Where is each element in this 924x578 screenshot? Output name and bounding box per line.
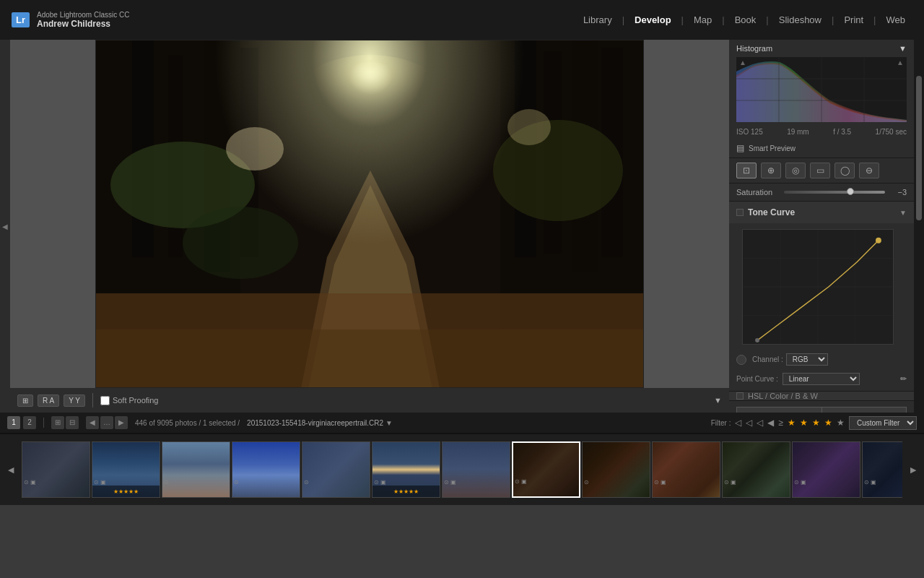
film-thumb-8[interactable]: ⊙▣ bbox=[512, 441, 580, 498]
film-thumb-13[interactable]: 5 ⊙▣ bbox=[862, 441, 902, 498]
histogram-title: Histogram bbox=[736, 44, 772, 53]
radial-filter-tool[interactable]: ◯ bbox=[834, 163, 855, 178]
app-logo: Lr Adobe Lightroom Classic CC Andrew Chi… bbox=[12, 11, 129, 29]
hist-right-arrow[interactable]: ▲ bbox=[897, 59, 904, 66]
filter-icon-4[interactable]: ◀ bbox=[767, 418, 774, 428]
film-thumb-6[interactable]: ⊙▣ ★★★★★ bbox=[372, 441, 440, 498]
nav-map[interactable]: Map bbox=[687, 12, 719, 28]
view-mode-btn[interactable]: ⊞ bbox=[17, 394, 33, 407]
filmstrip-right-arrow[interactable]: ▶ bbox=[902, 465, 924, 475]
svg-point-18 bbox=[493, 120, 623, 221]
star-2[interactable]: ★ bbox=[800, 418, 808, 428]
left-panel[interactable]: ◀ bbox=[0, 40, 10, 413]
point-curve-label: Point Curve : bbox=[736, 375, 778, 383]
tone-curve-expand-icon[interactable]: ▼ bbox=[899, 209, 907, 217]
develop-tools: ⊡ ⊕ ◎ ▭ ◯ ⊖ bbox=[729, 158, 914, 184]
film-thumb-4[interactable]: ⊙ bbox=[232, 441, 300, 498]
next-arrow[interactable]: ▶ bbox=[115, 416, 128, 429]
grid-btn-2[interactable]: ⊟ bbox=[66, 416, 79, 429]
point-curve-select[interactable]: Linear Medium Contrast Strong Contrast bbox=[783, 373, 860, 385]
dots[interactable]: … bbox=[100, 416, 113, 429]
main-layout: ◀ bbox=[0, 40, 924, 413]
adjustment-brush-tool[interactable]: ⊖ bbox=[859, 163, 879, 178]
page-indicators: 1 2 bbox=[7, 416, 36, 429]
saturation-slider[interactable] bbox=[784, 191, 885, 194]
svg-rect-16 bbox=[96, 329, 644, 388]
app-info: Adobe Lightroom Classic CC Andrew Childr… bbox=[37, 11, 129, 29]
hsl-section-bar: HSL / Color / B & W bbox=[729, 391, 914, 400]
film-thumb-11[interactable]: ⊙▣ bbox=[722, 441, 790, 498]
filter-icon-1[interactable]: ◁ bbox=[735, 418, 741, 428]
nav-book[interactable]: Book bbox=[728, 12, 764, 28]
action-buttons: Previous Reset bbox=[729, 400, 914, 413]
filmstrip-scroll: ⊙▣ ⊙▣ ★★★★★ ⊙ ⊙ ⊙ ⊙▣ ★★★★★ ⊙▣ ⊙▣ bbox=[22, 438, 902, 501]
reset-button[interactable]: Reset bbox=[821, 407, 907, 413]
filter-icon-2[interactable]: ◁ bbox=[746, 418, 752, 428]
film-thumb-9[interactable]: ⊙ bbox=[582, 441, 650, 498]
star-1[interactable]: ★ bbox=[788, 418, 796, 428]
grid-btn-1[interactable]: ⊞ bbox=[51, 416, 64, 429]
svg-rect-11 bbox=[515, 40, 536, 257]
previous-button[interactable]: Previous bbox=[736, 407, 821, 413]
filter-label: Filter : bbox=[711, 419, 731, 427]
page-1[interactable]: 1 bbox=[7, 416, 20, 429]
film-thumb-3[interactable]: ⊙ bbox=[162, 441, 230, 498]
film-thumb-2[interactable]: ⊙▣ ★★★★★ bbox=[92, 441, 160, 498]
star-3[interactable]: ★ bbox=[812, 418, 820, 428]
star-5[interactable]: ★ bbox=[837, 418, 845, 428]
custom-filter-select[interactable]: Custom Filter bbox=[849, 416, 917, 430]
center-area: ⊞ R A Y Y Soft Proofing ▼ bbox=[10, 40, 729, 413]
center-toolbar: ⊞ R A Y Y Soft Proofing ▼ bbox=[10, 388, 729, 413]
filmstrip-left-arrow[interactable]: ◀ bbox=[0, 465, 22, 475]
point-curve-row: Point Curve : Linear Medium Contrast Str… bbox=[729, 370, 914, 391]
filmstrip-area: ◀ ⊙▣ ⊙▣ ★★★★★ ⊙ ⊙ ⊙ ⊙▣ ★★★★★ ⊙▣ bbox=[0, 433, 924, 505]
toolbar-expand-arrow[interactable]: ▼ bbox=[714, 396, 722, 405]
scrollbar-thumb[interactable] bbox=[916, 76, 922, 220]
soft-proofing-toggle[interactable]: Soft Proofing bbox=[100, 396, 159, 405]
svg-marker-3 bbox=[298, 171, 443, 388]
film-thumb-1[interactable]: ⊙▣ bbox=[22, 441, 90, 498]
app-name: Adobe Lightroom Classic CC bbox=[37, 11, 129, 19]
saturation-value: −3 bbox=[889, 188, 907, 197]
svg-rect-7 bbox=[132, 40, 154, 257]
svg-point-21 bbox=[507, 109, 551, 145]
channel-select[interactable]: RGB Red Green Blue bbox=[786, 353, 828, 366]
hist-left-arrow[interactable]: ▲ bbox=[739, 59, 746, 66]
point-curve-edit-icon[interactable]: ✏ bbox=[900, 374, 907, 384]
filename-dropdown[interactable]: ▼ bbox=[385, 419, 393, 427]
svg-point-35 bbox=[876, 238, 881, 243]
filter-icon-3[interactable]: ◁ bbox=[757, 418, 763, 428]
tone-curve-section: Tone Curve ▼ bbox=[729, 201, 914, 391]
prev-arrow[interactable]: ◀ bbox=[86, 416, 99, 429]
hsl-toggle[interactable] bbox=[736, 392, 744, 400]
spot-removal-tool[interactable]: ⊕ bbox=[761, 163, 781, 178]
svg-rect-13 bbox=[572, 40, 598, 272]
yy-btn[interactable]: Y Y bbox=[64, 394, 85, 407]
photo-filename[interactable]: 20151023-155418-virginiacreepertrail.CR2… bbox=[247, 419, 393, 427]
svg-rect-0 bbox=[96, 40, 644, 388]
nav-slideshow[interactable]: Slideshow bbox=[772, 12, 829, 28]
soft-proofing-checkbox[interactable] bbox=[100, 396, 110, 405]
film-thumb-12[interactable]: ⊙▣ bbox=[792, 441, 860, 498]
tone-curve-header[interactable]: Tone Curve ▼ bbox=[729, 201, 914, 223]
nav-print[interactable]: Print bbox=[837, 12, 871, 28]
film-thumb-10[interactable]: ⊙▣ bbox=[652, 441, 720, 498]
curve-target-btn[interactable] bbox=[736, 355, 746, 365]
histogram-expand-icon[interactable]: ▼ bbox=[899, 44, 907, 53]
graduated-filter-tool[interactable]: ▭ bbox=[810, 163, 830, 178]
channel-label: Channel : bbox=[752, 355, 783, 363]
before-after-btn[interactable]: R A bbox=[38, 394, 59, 407]
nav-develop[interactable]: Develop bbox=[627, 12, 679, 28]
red-eye-tool[interactable]: ◎ bbox=[785, 163, 806, 178]
crop-tool[interactable]: ⊡ bbox=[736, 163, 757, 178]
saturation-thumb[interactable] bbox=[847, 188, 854, 195]
film-thumb-7[interactable]: ⊙▣ bbox=[442, 441, 510, 498]
film-thumb-5[interactable]: ⊙ bbox=[302, 441, 370, 498]
star-4[interactable]: ★ bbox=[824, 418, 832, 428]
tone-curve-toggle[interactable] bbox=[736, 209, 744, 216]
hsl-label: HSL / Color / B & W bbox=[748, 392, 818, 400]
filter-geq[interactable]: ≥ bbox=[778, 418, 783, 428]
nav-web[interactable]: Web bbox=[879, 12, 913, 28]
page-2[interactable]: 2 bbox=[23, 416, 36, 429]
nav-library[interactable]: Library bbox=[576, 12, 619, 28]
